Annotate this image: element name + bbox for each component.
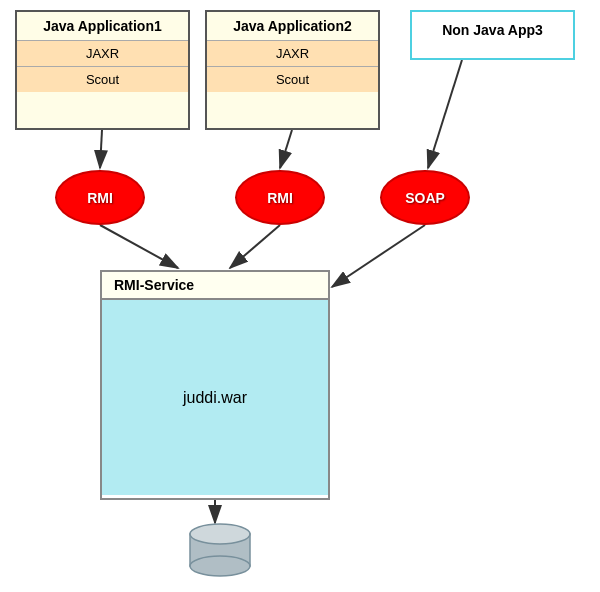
java-app2-jaxr: JAXR — [207, 41, 378, 67]
rmi1-ellipse: RMI — [55, 170, 145, 225]
database-cylinder — [185, 522, 255, 577]
java-app2-box: Java Application2 JAXR Scout — [205, 10, 380, 130]
java-app1-box: Java Application1 JAXR Scout — [15, 10, 190, 130]
rmi1-label: RMI — [87, 190, 113, 206]
svg-point-10 — [190, 556, 250, 576]
java-app2-title: Java Application2 — [207, 12, 378, 41]
java-app1-jaxr: JAXR — [17, 41, 188, 67]
svg-point-9 — [190, 524, 250, 544]
rmi-service-body: juddi.war — [102, 300, 328, 495]
diagram-container: Java Application1 JAXR Scout Java Applic… — [0, 0, 600, 592]
rmi-service-box: RMI-Service juddi.war — [100, 270, 330, 500]
rmi2-label: RMI — [267, 190, 293, 206]
svg-line-3 — [100, 225, 178, 268]
non-java-app3-box: Non Java App3 — [410, 10, 575, 60]
soap-label: SOAP — [405, 190, 445, 206]
juddi-war-label: juddi.war — [183, 389, 247, 407]
non-java-app3-label: Non Java App3 — [442, 22, 543, 38]
svg-line-6 — [332, 225, 425, 287]
svg-line-4 — [230, 225, 280, 268]
rmi2-ellipse: RMI — [235, 170, 325, 225]
java-app1-title: Java Application1 — [17, 12, 188, 41]
svg-line-2 — [280, 130, 292, 168]
java-app1-scout: Scout — [17, 67, 188, 92]
svg-line-5 — [428, 60, 462, 168]
java-app2-scout: Scout — [207, 67, 378, 92]
soap-ellipse: SOAP — [380, 170, 470, 225]
rmi-service-title: RMI-Service — [102, 272, 328, 300]
svg-line-1 — [100, 130, 102, 168]
